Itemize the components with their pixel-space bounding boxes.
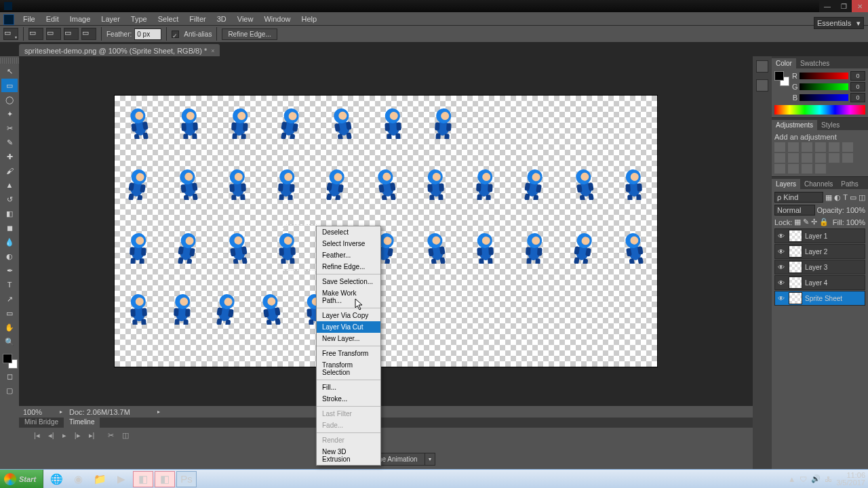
history-brush-icon[interactable]: ↺	[1, 192, 18, 206]
red-slider[interactable]	[800, 73, 848, 79]
context-stroke-[interactable]: Stroke...	[317, 393, 380, 405]
layer-thumb[interactable]	[789, 230, 802, 242]
tray-icon[interactable]: 🖧	[825, 475, 832, 483]
layer-row[interactable]: 👁Layer 2	[774, 244, 865, 259]
context-feather-[interactable]: Feather...	[317, 249, 380, 261]
context-layer-via-copy[interactable]: Layer Via Copy	[317, 310, 380, 321]
add-selection-icon[interactable]: ▭	[46, 28, 61, 40]
layer-thumb[interactable]	[789, 245, 802, 258]
maximize-button[interactable]: ❐	[835, 0, 852, 12]
tab-layers[interactable]: Layers	[772, 179, 800, 189]
lock-icon[interactable]: ✢	[811, 218, 817, 226]
tab-color[interactable]: Color	[772, 58, 796, 68]
taskbar-ie-icon[interactable]: 🌐	[46, 471, 66, 487]
lock-icon[interactable]: ✎	[803, 218, 809, 226]
context-layer-via-cut[interactable]: Layer Via Cut	[317, 321, 380, 333]
taskbar-media-icon[interactable]: ▶	[111, 471, 132, 487]
layer-thumb[interactable]	[789, 277, 802, 289]
sub-selection-icon[interactable]: ▭	[64, 28, 79, 40]
eraser-tool-icon[interactable]: ◧	[1, 207, 18, 220]
filter-icon[interactable]: ◫	[859, 193, 865, 202]
screenmode-icon[interactable]: ▢	[1, 384, 18, 397]
filter-icon[interactable]: ▭	[850, 193, 856, 202]
layer-thumb[interactable]	[789, 261, 802, 273]
menu-edit[interactable]: Edit	[41, 14, 64, 24]
adj-icon[interactable]	[815, 142, 826, 152]
shape-tool-icon[interactable]: ▭	[1, 306, 18, 320]
menu-type[interactable]: Type	[125, 14, 153, 24]
refine-edge-button[interactable]: Refine Edge...	[222, 28, 277, 40]
lock-icon[interactable]: 🔒	[819, 218, 829, 226]
adj-icon[interactable]	[774, 142, 785, 152]
spectrum-strip[interactable]	[774, 105, 865, 115]
tray-icon[interactable]: 🔊	[811, 474, 821, 483]
current-tool-icon[interactable]: ▭▾	[3, 28, 18, 40]
healing-tool-icon[interactable]: ✚	[1, 150, 18, 163]
context-transform-selection[interactable]: Transform Selection	[317, 359, 380, 378]
tray-icon[interactable]: 🛡	[800, 475, 807, 483]
adj-icon[interactable]	[774, 153, 785, 163]
taskbar-chrome-icon[interactable]: ◉	[68, 471, 88, 487]
document-tab[interactable]: spritesheet-demo.png @ 100% (Sprite Shee…	[19, 44, 220, 56]
layer-row[interactable]: 👁Layer 4	[774, 275, 865, 290]
canvas[interactable]	[115, 96, 657, 367]
color-fg-bg-swatch[interactable]	[774, 71, 789, 86]
workspace-switcher[interactable]: Essentials▾	[814, 17, 864, 29]
timeline-tween-icon[interactable]: ◫	[122, 431, 129, 440]
layer-name[interactable]: Layer 3	[805, 264, 827, 271]
context-refine-edge-[interactable]: Refine Edge...	[317, 261, 380, 272]
context-new-3d-extrusion[interactable]: New 3D Extrusion	[317, 446, 380, 465]
adj-icon[interactable]	[829, 142, 840, 152]
layer-thumb[interactable]	[789, 292, 802, 304]
feather-input[interactable]	[134, 28, 161, 40]
layer-filter-kind[interactable]: ρ Kind	[774, 192, 823, 203]
blue-slider[interactable]	[800, 94, 848, 101]
filter-icon[interactable]: T	[843, 193, 848, 201]
context-fill-[interactable]: Fill...	[317, 382, 380, 393]
opacity-value[interactable]: 100%	[846, 206, 865, 214]
timeline-next-icon[interactable]: |▸	[75, 431, 81, 440]
visibility-icon[interactable]: 👁	[776, 231, 786, 241]
visibility-icon[interactable]: 👁	[776, 278, 786, 287]
tab-styles[interactable]: Styles	[817, 120, 844, 130]
dodge-tool-icon[interactable]: ◐	[1, 249, 18, 263]
pen-tool-icon[interactable]: ✒	[1, 264, 18, 277]
taskbar-photoshop-icon[interactable]: Ps	[176, 471, 197, 487]
tray-icon[interactable]: ▲	[788, 475, 795, 483]
tab-paths[interactable]: Paths	[837, 179, 863, 189]
blue-value[interactable]: 0	[850, 93, 865, 102]
filter-icon[interactable]: ▦	[825, 193, 832, 202]
gradient-tool-icon[interactable]: ◼	[1, 221, 18, 235]
crop-tool-icon[interactable]: ✂	[1, 121, 18, 135]
taskbar-explorer-icon[interactable]: 📁	[90, 471, 110, 487]
taskbar-app-icon[interactable]: ◧	[133, 471, 153, 487]
menu-help[interactable]: Help	[296, 14, 323, 24]
adj-icon[interactable]	[842, 153, 853, 163]
menu-view[interactable]: View	[232, 14, 259, 24]
tray-time[interactable]: 11:06	[836, 472, 865, 479]
context-save-selection-[interactable]: Save Selection...	[317, 276, 380, 287]
tab-minibridge[interactable]: Mini Bridge	[19, 418, 64, 428]
layer-name[interactable]: Layer 4	[805, 279, 827, 287]
adj-icon[interactable]	[774, 164, 785, 174]
layer-name[interactable]: Layer 2	[805, 248, 827, 256]
visibility-icon[interactable]: 👁	[776, 293, 786, 303]
blend-mode-dropdown[interactable]: Normal	[774, 205, 815, 216]
fill-value[interactable]: 100%	[846, 218, 865, 226]
tab-adjustments[interactable]: Adjustments	[772, 120, 817, 130]
tab-timeline[interactable]: Timeline	[64, 418, 100, 428]
adj-icon[interactable]	[815, 164, 826, 174]
path-tool-icon[interactable]: ↗	[1, 292, 18, 306]
visibility-icon[interactable]: 👁	[776, 262, 786, 272]
timeline-prev-icon[interactable]: ◂|	[48, 431, 54, 440]
new-selection-icon[interactable]: ▭	[28, 28, 43, 40]
timeline-cut-icon[interactable]: ✂	[108, 431, 114, 440]
green-value[interactable]: 0	[850, 82, 865, 92]
menu-file[interactable]: File	[18, 14, 41, 24]
timeline-first-icon[interactable]: |◂	[34, 431, 40, 440]
tray-date[interactable]: 3/5/2017	[836, 479, 865, 487]
context-new-layer-[interactable]: New Layer...	[317, 333, 380, 344]
timeline-play-icon[interactable]: ▸	[62, 431, 66, 440]
menu-filter[interactable]: Filter	[184, 14, 211, 24]
brush-tool-icon[interactable]: 🖌	[1, 164, 18, 178]
